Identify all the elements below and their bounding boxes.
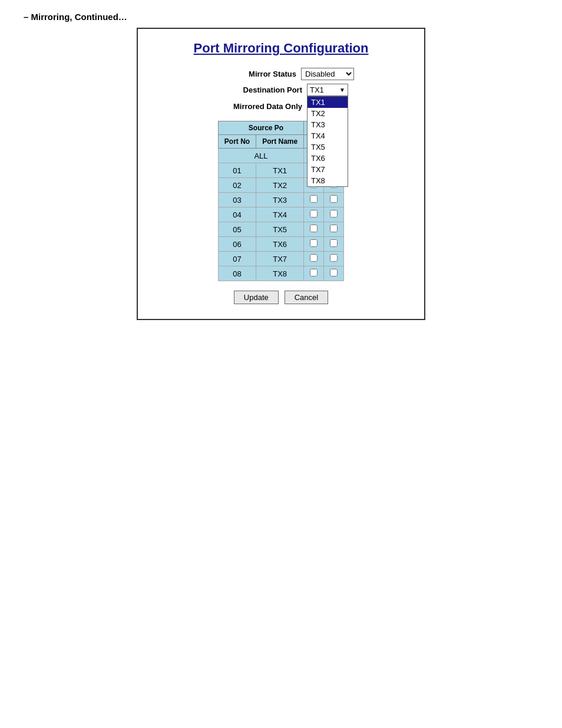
- port-check-04-2[interactable]: [324, 207, 344, 222]
- table-row: 06 TX6: [218, 237, 343, 252]
- checkbox-06-1[interactable]: [310, 239, 318, 247]
- destination-port-option-tx2[interactable]: TX2: [308, 108, 348, 119]
- destination-port-option-tx6[interactable]: TX6: [308, 153, 348, 164]
- table-row: 08 TX8: [218, 266, 343, 281]
- port-no-02: 02: [218, 178, 256, 193]
- checkbox-04-1[interactable]: [310, 210, 318, 218]
- port-check-06-1[interactable]: [304, 237, 324, 252]
- table-row: 07 TX7: [218, 252, 343, 266]
- table-row: 04 TX4: [218, 207, 343, 222]
- port-no-07: 07: [218, 252, 256, 266]
- port-name-tx6: TX6: [256, 237, 304, 252]
- port-no-03: 03: [218, 193, 256, 207]
- checkbox-07-1[interactable]: [310, 254, 318, 262]
- port-check-04-1[interactable]: [304, 207, 324, 222]
- mirror-status-row: Mirror Status Disabled Enabled: [156, 68, 406, 80]
- destination-port-option-tx3[interactable]: TX3: [308, 119, 348, 130]
- update-button[interactable]: Update: [234, 291, 279, 304]
- port-name-header: Port Name: [256, 135, 304, 149]
- checkbox-03-2[interactable]: [330, 195, 338, 203]
- port-check-08-2[interactable]: [324, 266, 344, 281]
- port-name-tx8: TX8: [256, 266, 304, 281]
- config-panel: Port Mirroring Configuration Mirror Stat…: [137, 28, 425, 320]
- port-name-tx7: TX7: [256, 252, 304, 266]
- port-name-tx5: TX5: [256, 222, 304, 237]
- checkbox-04-2[interactable]: [330, 210, 338, 218]
- port-check-03-2[interactable]: [324, 193, 344, 207]
- mirrored-data-label: Mirrored Data Only: [214, 102, 302, 111]
- destination-port-option-tx1[interactable]: TX1: [308, 97, 348, 108]
- checkbox-05-2[interactable]: [330, 225, 338, 232]
- port-check-05-2[interactable]: [324, 222, 344, 237]
- destination-port-option-tx8[interactable]: TX8: [308, 175, 348, 186]
- checkbox-05-1[interactable]: [310, 225, 318, 232]
- port-no-08: 08: [218, 266, 256, 281]
- destination-port-dropdown-list[interactable]: TX1 TX2 TX3 TX4 TX5 TX6 TX7 TX8: [307, 96, 348, 187]
- destination-port-row: Destination Port TX1 ▼ TX1 TX2 TX3 TX4 T…: [156, 84, 406, 96]
- page-header: – Mirroring, Continued…: [24, 12, 127, 22]
- destination-port-option-tx4[interactable]: TX4: [308, 130, 348, 141]
- all-label: ALL: [218, 149, 303, 163]
- port-check-07-2[interactable]: [324, 252, 344, 266]
- table-row: 03 TX3: [218, 193, 343, 207]
- cancel-button[interactable]: Cancel: [285, 291, 328, 304]
- port-check-06-2[interactable]: [324, 237, 344, 252]
- mirror-status-dropdown-wrapper: Disabled Enabled: [301, 68, 354, 80]
- port-name-tx1: TX1: [256, 163, 304, 178]
- source-ports-section: Source Po Port No Port Name: [156, 121, 406, 281]
- dropdown-arrow-icon: ▼: [339, 87, 345, 93]
- destination-port-label: Destination Port: [214, 85, 302, 94]
- mirrored-data-row: Mirrored Data Only: [156, 100, 406, 113]
- port-name-tx2: TX2: [256, 178, 304, 193]
- destination-port-dropdown-wrapper[interactable]: TX1 ▼ TX1 TX2 TX3 TX4 TX5 TX6 TX7 TX8: [307, 84, 348, 96]
- checkbox-03-1[interactable]: [310, 195, 318, 203]
- port-no-header: Port No: [218, 135, 256, 149]
- checkbox-08-1[interactable]: [310, 269, 318, 276]
- mirror-status-label: Mirror Status: [208, 70, 296, 78]
- port-no-01: 01: [218, 163, 256, 178]
- port-no-06: 06: [218, 237, 256, 252]
- form-section: Mirror Status Disabled Enabled Destinati…: [156, 68, 406, 116]
- port-check-07-1[interactable]: [304, 252, 324, 266]
- destination-port-trigger[interactable]: TX1 ▼: [307, 84, 348, 96]
- port-check-08-1[interactable]: [304, 266, 324, 281]
- config-title: Port Mirroring Configuration: [156, 41, 406, 56]
- port-no-04: 04: [218, 207, 256, 222]
- checkbox-08-2[interactable]: [330, 269, 338, 276]
- table-row: 05 TX5: [218, 222, 343, 237]
- port-check-03-1[interactable]: [304, 193, 324, 207]
- port-no-05: 05: [218, 222, 256, 237]
- checkbox-07-2[interactable]: [330, 254, 338, 262]
- port-name-tx4: TX4: [256, 207, 304, 222]
- source-ports-header: Source Po: [218, 121, 303, 135]
- destination-port-value: TX1: [310, 85, 339, 94]
- mirror-status-select[interactable]: Disabled Enabled: [301, 68, 354, 80]
- port-check-05-1[interactable]: [304, 222, 324, 237]
- destination-port-option-tx5[interactable]: TX5: [308, 141, 348, 153]
- destination-port-option-tx7[interactable]: TX7: [308, 164, 348, 175]
- action-row: Update Cancel: [156, 291, 406, 304]
- port-name-tx3: TX3: [256, 193, 304, 207]
- checkbox-06-2[interactable]: [330, 239, 338, 247]
